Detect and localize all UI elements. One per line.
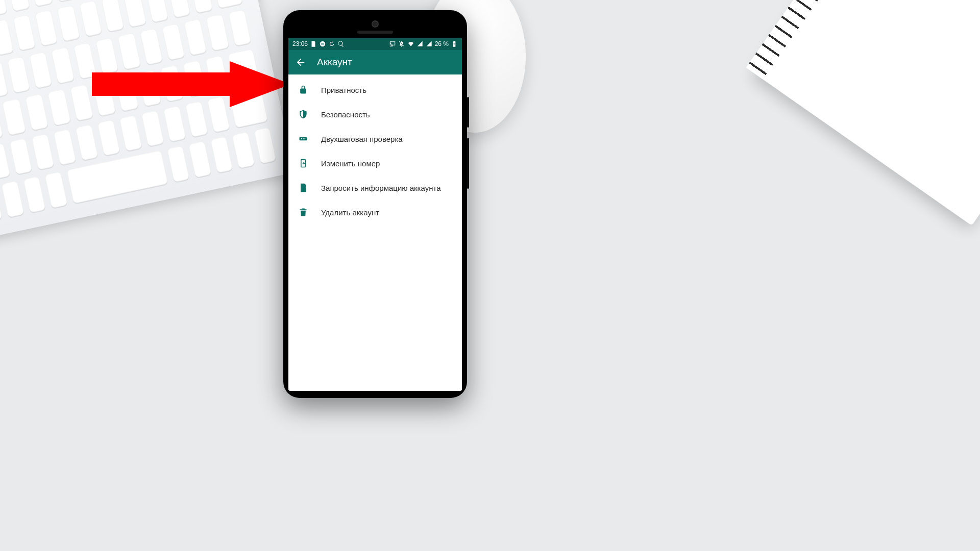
menu-item-privacy[interactable]: Приватность	[288, 78, 462, 102]
camera-dot	[372, 20, 379, 28]
side-button	[467, 97, 469, 128]
speaker-grille	[357, 31, 393, 34]
svg-point-5	[303, 138, 304, 139]
back-button[interactable]	[295, 56, 307, 68]
signal-icon	[416, 40, 424, 47]
menu-item-request-info[interactable]: Запросить информацию аккаунта	[288, 176, 462, 200]
cast-icon	[389, 40, 396, 47]
search-icon	[337, 40, 345, 47]
svg-point-6	[304, 138, 305, 139]
signal-icon	[426, 40, 433, 47]
phone-screen: 23:06 m 26 % Аккаунт	[288, 38, 462, 391]
appbar: Аккаунт	[288, 50, 462, 74]
menu-item-label: Приватность	[321, 86, 366, 94]
keyboard-prop	[0, 0, 295, 240]
menu-item-label: Безопасность	[321, 110, 370, 119]
page-title: Аккаунт	[317, 57, 352, 68]
phone-frame: 23:06 m 26 % Аккаунт	[283, 10, 467, 398]
arrow-left-icon	[295, 57, 306, 68]
menu-item-label: Удалить аккаунт	[321, 208, 379, 217]
simcard-icon	[298, 158, 309, 169]
notepad-prop	[754, 0, 980, 226]
password-icon	[298, 133, 309, 144]
battery-charge-icon	[451, 40, 458, 47]
account-menu: Приватность Безопасность Двухшаговая про…	[288, 74, 462, 391]
trash-icon	[298, 207, 309, 218]
menu-item-security[interactable]: Безопасность	[288, 102, 462, 127]
menu-item-label: Двухшаговая проверка	[321, 135, 403, 143]
menu-item-two-step[interactable]: Двухшаговая проверка	[288, 127, 462, 151]
statusbar-time: 23:06	[292, 40, 308, 47]
side-button	[467, 138, 469, 189]
statusbar: 23:06 m 26 %	[288, 38, 462, 50]
svg-point-4	[301, 138, 302, 139]
menu-item-change-number[interactable]: Изменить номер	[288, 151, 462, 176]
sheet-icon	[310, 40, 317, 47]
battery-percent: 26 %	[435, 40, 449, 47]
menu-item-label: Запросить информацию аккаунта	[321, 184, 440, 192]
lock-icon	[298, 84, 309, 95]
bell-off-icon	[398, 40, 405, 47]
document-icon	[298, 182, 309, 193]
menu-item-label: Изменить номер	[321, 159, 380, 168]
circle-m-icon: m	[319, 40, 326, 47]
wifi-icon	[407, 40, 414, 47]
rotate-icon	[328, 40, 335, 47]
shield-icon	[298, 109, 309, 120]
menu-item-delete-account[interactable]: Удалить аккаунт	[288, 200, 462, 224]
svg-text:m: m	[321, 42, 324, 45]
